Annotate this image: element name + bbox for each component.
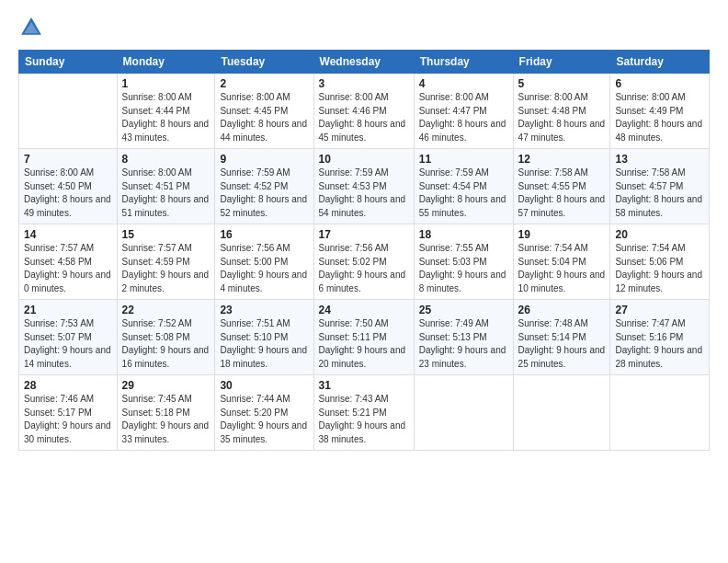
day-number: 12 xyxy=(518,153,606,166)
calendar-cell: 5Sunrise: 8:00 AMSunset: 4:48 PMDaylight… xyxy=(513,74,610,149)
day-number: 5 xyxy=(518,77,606,90)
calendar-cell: 23Sunrise: 7:51 AMSunset: 5:10 PMDayligh… xyxy=(215,300,313,375)
calendar-cell: 9Sunrise: 7:59 AMSunset: 4:52 PMDaylight… xyxy=(215,149,313,224)
calendar-cell: 17Sunrise: 7:56 AMSunset: 5:02 PMDayligh… xyxy=(313,224,414,300)
calendar-cell: 11Sunrise: 7:59 AMSunset: 4:54 PMDayligh… xyxy=(414,149,513,224)
day-number: 20 xyxy=(615,228,704,241)
calendar-cell: 31Sunrise: 7:43 AMSunset: 5:21 PMDayligh… xyxy=(313,375,414,451)
day-info: Sunrise: 7:45 AMSunset: 5:18 PMDaylight:… xyxy=(122,393,210,446)
day-number: 31 xyxy=(319,379,409,392)
day-info: Sunrise: 7:56 AMSunset: 5:02 PMDaylight:… xyxy=(319,242,409,295)
day-number: 8 xyxy=(122,153,210,166)
calendar-week-5: 28Sunrise: 7:46 AMSunset: 5:17 PMDayligh… xyxy=(19,375,710,451)
day-number: 9 xyxy=(220,153,308,166)
day-number: 19 xyxy=(518,228,606,241)
day-number: 16 xyxy=(220,228,308,241)
day-info: Sunrise: 7:46 AMSunset: 5:17 PMDaylight:… xyxy=(24,393,112,446)
column-header-friday: Friday xyxy=(513,51,610,74)
day-number: 22 xyxy=(122,304,210,316)
calendar-cell xyxy=(610,375,710,451)
day-info: Sunrise: 7:44 AMSunset: 5:20 PMDaylight:… xyxy=(220,393,308,446)
calendar-cell: 28Sunrise: 7:46 AMSunset: 5:17 PMDayligh… xyxy=(19,375,118,451)
day-info: Sunrise: 7:54 AMSunset: 5:06 PMDaylight:… xyxy=(615,242,704,295)
day-number: 10 xyxy=(319,153,409,166)
column-header-wednesday: Wednesday xyxy=(313,51,414,74)
day-number: 1 xyxy=(122,77,210,90)
day-number: 6 xyxy=(615,77,704,90)
day-number: 13 xyxy=(615,153,704,166)
calendar-cell: 18Sunrise: 7:55 AMSunset: 5:03 PMDayligh… xyxy=(414,224,513,300)
day-info: Sunrise: 7:49 AMSunset: 5:13 PMDaylight:… xyxy=(419,317,508,371)
calendar-cell: 13Sunrise: 7:58 AMSunset: 4:57 PMDayligh… xyxy=(610,149,710,224)
column-header-thursday: Thursday xyxy=(414,51,513,74)
day-info: Sunrise: 7:52 AMSunset: 5:08 PMDaylight:… xyxy=(122,317,210,371)
calendar-cell: 8Sunrise: 8:00 AMSunset: 4:51 PMDaylight… xyxy=(117,149,215,224)
day-number: 11 xyxy=(419,153,508,166)
header xyxy=(18,15,710,40)
calendar-week-3: 14Sunrise: 7:57 AMSunset: 4:58 PMDayligh… xyxy=(19,224,710,300)
day-number: 30 xyxy=(220,379,308,392)
column-header-monday: Monday xyxy=(117,51,215,74)
day-info: Sunrise: 8:00 AMSunset: 4:50 PMDaylight:… xyxy=(24,167,112,220)
day-info: Sunrise: 7:50 AMSunset: 5:11 PMDaylight:… xyxy=(319,317,409,371)
calendar-cell: 3Sunrise: 8:00 AMSunset: 4:46 PMDaylight… xyxy=(313,74,414,149)
calendar-cell: 4Sunrise: 8:00 AMSunset: 4:47 PMDaylight… xyxy=(414,74,513,149)
day-number: 15 xyxy=(122,228,210,241)
day-info: Sunrise: 7:59 AMSunset: 4:53 PMDaylight:… xyxy=(319,167,409,220)
calendar-cell xyxy=(414,375,513,451)
column-header-saturday: Saturday xyxy=(610,51,710,74)
day-number: 28 xyxy=(24,379,112,392)
day-number: 29 xyxy=(122,379,210,392)
day-number: 25 xyxy=(419,304,508,316)
day-info: Sunrise: 7:58 AMSunset: 4:57 PMDaylight:… xyxy=(615,167,704,220)
calendar-cell: 7Sunrise: 8:00 AMSunset: 4:50 PMDaylight… xyxy=(19,149,118,224)
page: SundayMondayTuesdayWednesdayThursdayFrid… xyxy=(0,0,728,563)
day-number: 23 xyxy=(220,304,308,316)
calendar-cell: 27Sunrise: 7:47 AMSunset: 5:16 PMDayligh… xyxy=(610,300,710,375)
day-info: Sunrise: 7:57 AMSunset: 4:58 PMDaylight:… xyxy=(24,242,112,295)
calendar-cell: 14Sunrise: 7:57 AMSunset: 4:58 PMDayligh… xyxy=(19,224,118,300)
day-info: Sunrise: 7:57 AMSunset: 4:59 PMDaylight:… xyxy=(122,242,210,295)
calendar-cell: 6Sunrise: 8:00 AMSunset: 4:49 PMDaylight… xyxy=(610,74,710,149)
calendar-cell: 16Sunrise: 7:56 AMSunset: 5:00 PMDayligh… xyxy=(215,224,313,300)
calendar-cell: 24Sunrise: 7:50 AMSunset: 5:11 PMDayligh… xyxy=(313,300,414,375)
day-info: Sunrise: 7:48 AMSunset: 5:14 PMDaylight:… xyxy=(518,317,606,371)
column-header-sunday: Sunday xyxy=(19,51,118,74)
day-number: 18 xyxy=(419,228,508,241)
calendar-header-row: SundayMondayTuesdayWednesdayThursdayFrid… xyxy=(19,51,710,74)
calendar-cell: 10Sunrise: 7:59 AMSunset: 4:53 PMDayligh… xyxy=(313,149,414,224)
calendar-cell: 21Sunrise: 7:53 AMSunset: 5:07 PMDayligh… xyxy=(19,300,118,375)
day-number: 14 xyxy=(24,228,112,241)
day-info: Sunrise: 8:00 AMSunset: 4:49 PMDaylight:… xyxy=(615,91,704,144)
calendar-cell xyxy=(19,74,118,149)
day-info: Sunrise: 7:55 AMSunset: 5:03 PMDaylight:… xyxy=(419,242,508,295)
day-number: 2 xyxy=(220,77,308,90)
day-info: Sunrise: 8:00 AMSunset: 4:48 PMDaylight:… xyxy=(518,91,606,144)
calendar-cell: 26Sunrise: 7:48 AMSunset: 5:14 PMDayligh… xyxy=(513,300,610,375)
logo-icon xyxy=(18,15,44,40)
day-info: Sunrise: 8:00 AMSunset: 4:46 PMDaylight:… xyxy=(319,91,409,144)
day-number: 21 xyxy=(24,304,112,316)
day-number: 4 xyxy=(419,77,508,90)
day-info: Sunrise: 8:00 AMSunset: 4:51 PMDaylight:… xyxy=(122,167,210,220)
day-number: 3 xyxy=(319,77,409,90)
calendar-cell: 1Sunrise: 8:00 AMSunset: 4:44 PMDaylight… xyxy=(117,74,215,149)
day-info: Sunrise: 8:00 AMSunset: 4:45 PMDaylight:… xyxy=(220,91,308,144)
calendar-cell: 29Sunrise: 7:45 AMSunset: 5:18 PMDayligh… xyxy=(117,375,215,451)
day-number: 26 xyxy=(518,304,606,316)
calendar-cell: 12Sunrise: 7:58 AMSunset: 4:55 PMDayligh… xyxy=(513,149,610,224)
day-number: 17 xyxy=(319,228,409,241)
day-info: Sunrise: 7:43 AMSunset: 5:21 PMDaylight:… xyxy=(319,393,409,446)
day-info: Sunrise: 8:00 AMSunset: 4:47 PMDaylight:… xyxy=(419,91,508,144)
calendar-week-2: 7Sunrise: 8:00 AMSunset: 4:50 PMDaylight… xyxy=(19,149,710,224)
day-info: Sunrise: 7:51 AMSunset: 5:10 PMDaylight:… xyxy=(220,317,308,371)
day-info: Sunrise: 7:54 AMSunset: 5:04 PMDaylight:… xyxy=(518,242,606,295)
logo xyxy=(18,15,48,40)
calendar-cell: 25Sunrise: 7:49 AMSunset: 5:13 PMDayligh… xyxy=(414,300,513,375)
day-info: Sunrise: 7:59 AMSunset: 4:54 PMDaylight:… xyxy=(419,167,508,220)
column-header-tuesday: Tuesday xyxy=(215,51,313,74)
calendar-cell: 22Sunrise: 7:52 AMSunset: 5:08 PMDayligh… xyxy=(117,300,215,375)
calendar-table: SundayMondayTuesdayWednesdayThursdayFrid… xyxy=(18,50,710,451)
calendar-week-4: 21Sunrise: 7:53 AMSunset: 5:07 PMDayligh… xyxy=(19,300,710,375)
calendar-cell: 20Sunrise: 7:54 AMSunset: 5:06 PMDayligh… xyxy=(610,224,710,300)
